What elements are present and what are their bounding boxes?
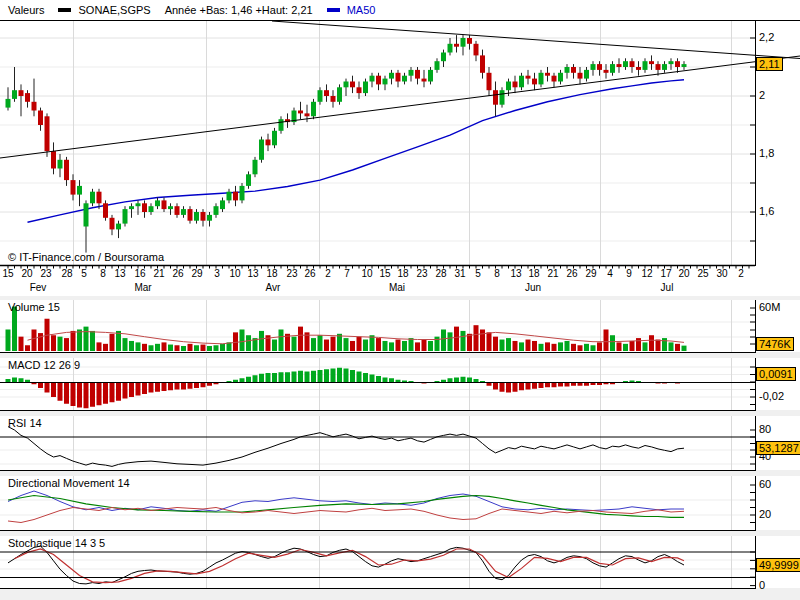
svg-text:21: 21: [153, 268, 165, 279]
last-rsi-badge: 53,1287: [756, 441, 800, 455]
svg-text:2: 2: [325, 268, 331, 279]
svg-text:28: 28: [61, 268, 73, 279]
svg-text:29: 29: [585, 268, 597, 279]
svg-text:4: 4: [607, 268, 613, 279]
last-price-badge: 2,11: [756, 57, 783, 71]
svg-text:26: 26: [566, 268, 578, 279]
svg-text:23: 23: [416, 268, 428, 279]
price-tick-2: 2: [759, 89, 765, 101]
svg-text:10: 10: [229, 268, 241, 279]
price-tick-1-6: 1,6: [759, 205, 774, 217]
last-stoch-badge: 49,9999: [756, 558, 800, 572]
ma50-label: MA50: [347, 4, 376, 16]
volume-tick-60m: 60M: [759, 301, 780, 313]
svg-text:Jun: Jun: [525, 282, 541, 293]
ma50-swatch-icon: [327, 8, 340, 12]
svg-text:3: 3: [214, 268, 220, 279]
dm-tick-60: 60: [759, 478, 771, 490]
watermark: © IT-Finance.com / Boursorama: [8, 251, 164, 263]
last-volume-badge: 7476K: [756, 337, 794, 351]
svg-text:Avr: Avr: [266, 282, 281, 293]
svg-text:26: 26: [304, 268, 316, 279]
rsi-panel-title: RSI 14: [8, 417, 42, 429]
symbol-swatch-icon: [58, 8, 71, 12]
svg-text:20: 20: [21, 268, 33, 279]
symbol-label: SONAE,SGPS: [78, 4, 150, 16]
chart-canvas: 1520232858131621262931013182326271015182…: [0, 0, 800, 600]
svg-text:13: 13: [247, 268, 259, 279]
svg-text:15: 15: [2, 268, 14, 279]
svg-text:18: 18: [397, 268, 409, 279]
svg-text:7: 7: [344, 268, 350, 279]
svg-text:31: 31: [454, 268, 466, 279]
dm-panel-title: Directional Movement 14: [8, 477, 130, 489]
year-range-label: Année +Bas: 1,46 +Haut: 2,21: [165, 4, 313, 16]
svg-text:28: 28: [435, 268, 447, 279]
svg-text:8: 8: [494, 268, 500, 279]
svg-text:20: 20: [678, 268, 690, 279]
svg-text:9: 9: [626, 268, 632, 279]
svg-text:Mar: Mar: [134, 282, 152, 293]
price-tick-1-8: 1,8: [759, 147, 774, 159]
svg-text:5: 5: [81, 268, 87, 279]
svg-text:2: 2: [738, 268, 744, 279]
valeurs-label: Valeurs: [8, 4, 44, 16]
svg-text:13: 13: [114, 268, 126, 279]
svg-text:Jul: Jul: [661, 282, 674, 293]
svg-text:15: 15: [379, 268, 391, 279]
stoch-panel-title: Stochastique 14 3 5: [8, 537, 105, 549]
dm-tick-20: 20: [759, 508, 771, 520]
svg-text:10: 10: [361, 268, 373, 279]
price-tick-2-2: 2,2: [759, 31, 774, 43]
svg-text:17: 17: [660, 268, 672, 279]
svg-text:18: 18: [266, 268, 278, 279]
last-macd-badge: 0,0091: [756, 367, 796, 381]
svg-text:29: 29: [191, 268, 203, 279]
macd-tick-minus-002: -0,02: [759, 390, 784, 402]
svg-text:23: 23: [286, 268, 298, 279]
svg-text:18: 18: [528, 268, 540, 279]
svg-text:23: 23: [40, 268, 52, 279]
macd-panel-title: MACD 12 26 9: [8, 359, 80, 371]
svg-text:5: 5: [475, 268, 481, 279]
stoch-tick-0: 0: [759, 579, 765, 591]
svg-text:30: 30: [716, 268, 728, 279]
svg-text:12: 12: [641, 268, 653, 279]
svg-text:13: 13: [510, 268, 522, 279]
rsi-tick-80: 80: [759, 423, 771, 435]
svg-text:Fev: Fev: [30, 282, 47, 293]
legend-bar: Valeurs SONAE,SGPS Année +Bas: 1,46 +Hau…: [0, 0, 800, 20]
svg-text:8: 8: [100, 268, 106, 279]
svg-text:21: 21: [547, 268, 559, 279]
svg-text:26: 26: [172, 268, 184, 279]
stock-chart-page: { "header": { "valeurs": "Valeurs", "sym…: [0, 0, 800, 600]
svg-text:16: 16: [134, 268, 146, 279]
svg-text:25: 25: [697, 268, 709, 279]
volume-panel-title: Volume 15: [8, 301, 60, 313]
svg-text:Mai: Mai: [389, 282, 405, 293]
